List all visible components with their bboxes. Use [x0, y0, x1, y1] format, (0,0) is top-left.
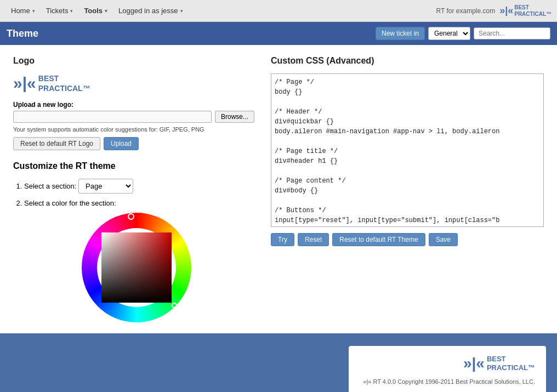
- content-area: Logo »|« BESTPRACTICAL™ Upload a new log…: [13, 56, 544, 322]
- support-text: Your system supports automatic color sug…: [13, 126, 254, 133]
- bp-logo-large: »|« BESTPRACTICAL™: [13, 73, 254, 93]
- nav-home-arrow: ▾: [32, 8, 35, 14]
- color-picker[interactable]: [19, 213, 254, 322]
- nav-home-label: Home: [11, 7, 30, 15]
- header-bar: Theme New ticket in General: [0, 22, 557, 45]
- try-button[interactable]: Try: [271, 233, 294, 246]
- search-input[interactable]: [474, 27, 550, 39]
- footer-bp-logo: »|« BESTPRACTICAL™: [463, 355, 535, 373]
- main-content: Logo »|« BESTPRACTICAL™ Upload a new log…: [0, 45, 557, 333]
- upload-label: Upload a new logo:: [13, 101, 254, 109]
- upload-row: Browse...: [13, 111, 254, 123]
- reset-logo-button[interactable]: Reset to default RT Logo: [13, 137, 100, 150]
- bp-logo-small: »|« BESTPRACTICAL™: [499, 4, 552, 18]
- content-wrapper: Logo »|« BESTPRACTICAL™ Upload a new log…: [0, 45, 557, 333]
- step2-label: Select a color for the section:: [24, 199, 116, 207]
- step2: Select a color for the section:: [24, 199, 254, 207]
- header-controls: New ticket in General: [376, 27, 550, 40]
- reset-css-button[interactable]: Reset: [298, 233, 329, 246]
- color-wheel-wrapper[interactable]: [82, 213, 191, 322]
- footer-bp-text: BESTPRACTICAL™: [487, 355, 535, 373]
- right-panel: Custom CSS (Advanced) /* Page */ body {}…: [271, 56, 544, 322]
- browse-button[interactable]: Browse...: [215, 111, 254, 123]
- top-navigation: Home ▾ Tickets ▾ Tools ▾ Logged in as je…: [0, 0, 557, 22]
- step1-label: Select a section:: [24, 182, 76, 190]
- logo-btn-row: Reset to default RT Logo Upload: [13, 137, 254, 150]
- css-editor[interactable]: /* Page */ body {} /* Header */ div#quic…: [271, 73, 544, 227]
- step1: Select a section: Page Header Navigation…: [24, 179, 254, 194]
- upload-button[interactable]: Upload: [104, 137, 139, 150]
- footer: »|« BESTPRACTICAL™ »|« RT 4.0.0 Copyrigh…: [0, 333, 557, 392]
- nav-home[interactable]: Home ▾: [5, 0, 41, 21]
- bp-text-large: BESTPRACTICAL™: [38, 73, 90, 93]
- customize-section: Customize the RT theme Select a section:…: [13, 161, 254, 322]
- rt-brand: RT for example.com »|« BESTPRACTICAL™: [436, 4, 552, 18]
- page-title: Theme: [7, 28, 376, 39]
- nav-tickets[interactable]: Tickets ▾: [41, 0, 79, 21]
- section-select[interactable]: Page Header Navigation Buttons Links: [78, 179, 133, 194]
- footer-chevrons: »|«: [463, 355, 485, 372]
- new-ticket-button[interactable]: New ticket in: [376, 27, 425, 40]
- logo-section-title: Logo: [13, 56, 254, 66]
- bp-text-small: BESTPRACTICAL™: [514, 4, 552, 18]
- color-square[interactable]: [101, 232, 172, 303]
- customize-title: Customize the RT theme: [13, 161, 254, 171]
- nav-tools[interactable]: Tools ▾: [78, 0, 113, 21]
- bp-chevrons-large: »|«: [13, 74, 36, 93]
- wheel-handle[interactable]: [128, 213, 134, 220]
- rt-brand-name: RT for example.com: [436, 7, 496, 15]
- square-handle[interactable]: [172, 303, 177, 308]
- css-buttons: Try Reset Reset to default RT Theme Save: [271, 233, 544, 246]
- css-section-title: Custom CSS (Advanced): [271, 56, 544, 66]
- upload-path-input[interactable]: [13, 111, 212, 123]
- bp-chevrons-small: »|«: [499, 5, 513, 16]
- nav-user-arrow: ▾: [180, 8, 183, 14]
- nav-tickets-label: Tickets: [46, 7, 69, 15]
- nav-tickets-arrow: ▾: [70, 8, 73, 14]
- queue-select[interactable]: General: [428, 27, 470, 40]
- save-button[interactable]: Save: [429, 233, 458, 246]
- left-panel: Logo »|« BESTPRACTICAL™ Upload a new log…: [13, 56, 254, 322]
- footer-copyright: »|« RT 4.0.0 Copyright 1996-2011 Best Pr…: [363, 378, 535, 385]
- nav-user-label: Logged in as jesse: [118, 7, 178, 15]
- footer-card: »|« BESTPRACTICAL™ »|« RT 4.0.0 Copyrigh…: [349, 346, 546, 392]
- logo-section: Logo »|« BESTPRACTICAL™ Upload a new log…: [13, 56, 254, 150]
- nav-user[interactable]: Logged in as jesse ▾: [113, 0, 188, 21]
- best-practical-logo-small: »|« BESTPRACTICAL™: [499, 4, 552, 18]
- reset-theme-button[interactable]: Reset to default RT Theme: [332, 233, 425, 246]
- nav-tools-label: Tools: [84, 7, 103, 15]
- nav-tools-arrow: ▾: [105, 8, 107, 14]
